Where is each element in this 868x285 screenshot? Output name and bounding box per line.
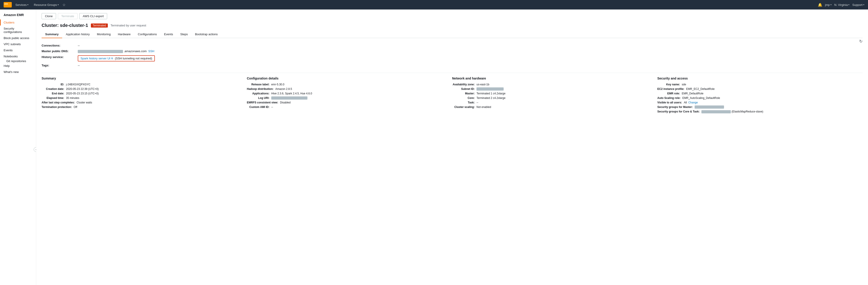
tab-application-history[interactable]: Application history [62,31,93,38]
security-sg-coretask-row: Security groups for Core & Task: (Elasti… [657,110,857,113]
services-nav[interactable]: Services ▾ [13,3,30,6]
support-chevron: ▾ [863,4,864,6]
spark-history-server-link[interactable]: Spark history server UI ⧉ [81,57,113,60]
network-task-label: Task: [452,101,475,104]
tags-row: Tags: -- [41,63,863,68]
config-apps-label: Applications: [247,92,270,95]
config-col-title: Configuration details [247,77,447,80]
master-dns-row: Master public DNS: .amazonaws.com SSH [41,48,863,54]
summary-end-row: End date: 2020-05-23 23:15 (UTC+0) [41,92,241,95]
tags-label: Tags: [41,64,78,67]
security-autoscaling-label: Auto Scaling role: [657,97,681,100]
summary-afterlaststep-row: After last step completes: Cluster waits [41,101,241,104]
region-menu[interactable]: N. Virginia ▾ [834,3,850,6]
config-emrfs-label: EMRFS consistent view: [247,101,278,104]
main-content: Clone Terminate AWS CLI export Cluster: … [36,9,868,285]
security-autoscaling-value: EMR_AutoScaling_DefaultRole [682,97,857,100]
info-section: Connections: -- Master public DNS: .amaz… [41,43,863,68]
refresh-button[interactable]: ↻ [859,39,863,44]
config-apps-value: Hive 2.3.6, Spark 2.4.5, Hue 4.6.0 [271,92,447,95]
cluster-name: Cluster: sde-cluster-1 [41,23,88,28]
master-dns-suffix: .amazonaws.com [124,49,147,53]
network-az-value: us-east-1b [476,83,652,86]
config-emrfs-row: EMRFS consistent view: Disabled [247,101,447,104]
sidebar-item-whats-new[interactable]: What's new [0,69,36,75]
history-service-label: History service: [41,55,78,59]
config-emrfs-value: Disabled [280,101,447,104]
aws-cli-export-button[interactable]: AWS CLI export [79,13,107,19]
history-service-row: History service: Spark history server UI… [41,54,863,63]
security-autoscaling-row: Auto Scaling role: EMR_AutoScaling_Defau… [657,97,857,100]
sidebar-item-events[interactable]: Events [0,47,36,53]
aws-logo[interactable]: aws [4,2,12,7]
network-master-row: Master: Terminated 1 c4.2xlarge [452,92,652,95]
nav-right: 🔔 jmp ▾ N. Virginia ▾ Support ▾ [818,3,864,7]
tab-configurations[interactable]: Configurations [134,31,160,38]
network-core-value: Terminated 2 c4.2xlarge [476,97,652,100]
notifications-bell-icon[interactable]: 🔔 [818,3,822,7]
network-az-row: Availability zone: us-east-1b [452,83,652,86]
tab-events[interactable]: Events [160,31,177,38]
nav-left: aws Services ▾ Resource Groups ▾ ☆ [4,2,66,7]
resource-groups-chevron: ▾ [58,4,59,6]
config-hadoop-value: Amazon 2.8.5 [275,87,447,91]
clone-button[interactable]: Clone [41,13,56,19]
config-release-label: Release label: [247,83,270,86]
subnet-id-redacted [476,87,504,91]
network-scaling-row: Cluster scaling: Not enabled [452,105,652,109]
sidebar-item-vpc-subnets[interactable]: VPC subnets [0,41,36,47]
resource-groups-nav[interactable]: Resource Groups ▾ [32,3,61,6]
action-buttons: Clone Terminate AWS CLI export [41,13,863,19]
connections-value: -- [78,44,80,47]
region-chevron: ▾ [848,4,849,6]
config-loguri-label: Log URI: [247,97,270,100]
sidebar-item-clusters[interactable]: Clusters [0,20,36,26]
support-menu[interactable]: Support ▾ [852,3,864,6]
sidebar-item-security-configurations[interactable]: Security configurations [0,26,36,35]
network-scaling-value: Not enabled [476,105,652,109]
network-task-row: Task: -- [452,101,652,104]
summary-id-label: ID: [41,83,64,86]
security-emrrole-label: EMR role: [657,92,680,95]
summary-end-label: End date: [41,92,64,95]
summary-creation-label: Creation date: [41,87,64,91]
summary-id-row: ID: j-24BXGXIQPXGYC [41,83,241,86]
master-dns-redacted [78,50,123,53]
config-release-row: Release label: emr-5.30.0 [247,83,447,86]
sg-coretask-redacted [702,110,731,113]
tags-value: -- [78,64,80,67]
ssh-link[interactable]: SSH [148,49,154,53]
security-sg-coretask-label: Security groups for Core & Task: [657,110,700,113]
page-title-area: Cluster: sde-cluster-1 Terminated Termin… [41,23,863,28]
terminated-reason: Terminated by user request [111,24,146,27]
tab-steps[interactable]: Steps [177,31,191,38]
sidebar-item-git-repositories[interactable]: Git repositories [0,58,30,64]
network-hardware-column: Network and hardware Availability zone: … [452,77,657,115]
summary-creation-value: 2020-05-23 22:39 (UTC+0) [66,87,241,91]
security-sg-master-value [694,105,857,109]
terminate-button[interactable]: Terminate [58,13,78,19]
tab-hardware[interactable]: Hardware [114,31,134,38]
user-menu[interactable]: jmp ▾ [825,3,832,6]
security-visible-row: Visible to all users: All Change [657,101,857,104]
external-link-icon: ⧉ [111,57,113,60]
security-keyname-label: Key name: [657,83,680,86]
security-keyname-value: sde [682,83,857,86]
favorites-star[interactable]: ☆ [62,3,66,7]
user-chevron: ▾ [831,4,832,6]
network-master-value: Terminated 1 c4.2xlarge [476,92,652,95]
change-link[interactable]: Change [688,101,698,104]
summary-id-value: j-24BXGXIQPXGYC [66,83,241,86]
page-container: Amazon EMR Clusters Security configurati… [0,9,868,285]
network-master-label: Master: [452,92,475,95]
connections-row: Connections: -- [41,43,863,48]
cluster-title-row: Cluster: sde-cluster-1 Terminated Termin… [41,23,863,28]
security-keyname-row: Key name: sde [657,83,857,86]
tab-summary[interactable]: Summary [41,31,62,38]
network-core-row: Core: Terminated 2 c4.2xlarge [452,97,652,100]
history-service-value: Spark history server UI ⧉ (SSH tunneling… [78,55,155,62]
tab-bootstrap-actions[interactable]: Bootstrap actions [191,31,221,38]
sidebar-item-block-public-access[interactable]: Block public access [0,35,36,41]
tab-monitoring[interactable]: Monitoring [93,31,114,38]
network-task-value: -- [476,101,652,104]
